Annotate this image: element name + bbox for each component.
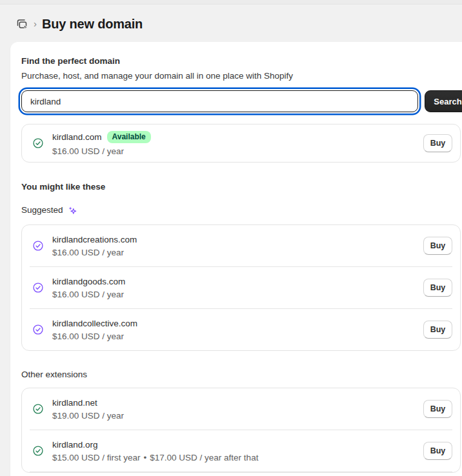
buy-button[interactable]: Buy	[423, 279, 452, 297]
page-title: Buy new domain	[42, 15, 143, 33]
magic-sparkle-icon	[67, 205, 78, 216]
domain-price: $19.00 USD / year	[52, 411, 124, 421]
row-divider	[30, 471, 452, 472]
domain-price: $16.00 USD / year	[52, 290, 125, 299]
domain-result-row: kirdlandcreations.com $16.00 USD / year …	[22, 225, 460, 266]
other-extensions-heading: Other extensions	[21, 368, 461, 381]
other-extensions-card: kirdland.net $19.00 USD / year Buy kirdl…	[21, 388, 461, 473]
search-result-card: kirdland.com Available $16.00 USD / year…	[21, 124, 461, 163]
domain-result-row: kirdlandgoods.com $16.00 USD / year Buy	[22, 267, 460, 308]
domain-price: $16.00 USD / year	[52, 146, 151, 156]
domain-result-row: kirdland.net $19.00 USD / year Buy	[22, 388, 460, 430]
domain-search-row: Search	[21, 90, 462, 112]
page-header: › Buy new domain	[0, 5, 462, 42]
suggested-domains-card: kirdlandcreations.com $16.00 USD / year …	[21, 224, 461, 351]
domain-name: kirdlandcollective.com	[52, 319, 137, 328]
domain-name: kirdlandcreations.com	[52, 235, 137, 244]
domain-name: kirdlandgoods.com	[52, 277, 125, 286]
find-domain-heading: Find the perfect domain	[21, 55, 461, 68]
find-domain-subheading: Purchase, host, and manage your domain a…	[21, 70, 461, 83]
price-bullet-separator: •	[141, 453, 150, 462]
domain-price: $16.00 USD / year	[52, 332, 137, 341]
domain-result-row: kirdland.org $15.00 USD / first year•$17…	[22, 430, 460, 471]
buy-button[interactable]: Buy	[423, 321, 452, 339]
check-circle-icon	[32, 282, 44, 293]
suggested-text: Suggested	[21, 204, 63, 217]
check-circle-icon	[32, 137, 44, 149]
domain-name: kirdland.net	[52, 398, 97, 408]
buy-button[interactable]: Buy	[423, 400, 452, 418]
domain-name: kirdland.com	[52, 132, 102, 142]
suggested-label: Suggested	[21, 204, 461, 217]
domain-search-input[interactable]	[21, 90, 418, 112]
domain-price-after: $17.00 USD / year after that	[150, 453, 258, 462]
domain-result-row: kirdland.com Available $16.00 USD / year…	[22, 124, 460, 162]
main-card: Find the perfect domain Purchase, host, …	[10, 42, 462, 476]
available-badge: Available	[107, 131, 151, 143]
top-edge-strip	[0, 0, 462, 5]
buy-button[interactable]: Buy	[423, 237, 452, 255]
check-circle-icon	[32, 403, 44, 415]
check-circle-icon	[32, 445, 44, 457]
check-circle-icon	[32, 324, 44, 335]
domain-name: kirdland.org	[52, 440, 98, 450]
domain-price-first-year: $15.00 USD / first year	[52, 453, 141, 462]
buy-button[interactable]: Buy	[423, 134, 452, 152]
check-circle-icon	[32, 240, 44, 252]
search-button[interactable]: Search	[425, 90, 462, 112]
domain-result-row: kirdlandcollective.com $16.00 USD / year…	[22, 309, 460, 350]
buy-button[interactable]: Buy	[423, 442, 452, 460]
you-might-like-heading: You might like these	[21, 181, 461, 193]
domains-icon[interactable]	[15, 17, 28, 30]
breadcrumb-chevron-icon: ›	[33, 17, 37, 30]
domain-price: $16.00 USD / year	[52, 248, 137, 257]
